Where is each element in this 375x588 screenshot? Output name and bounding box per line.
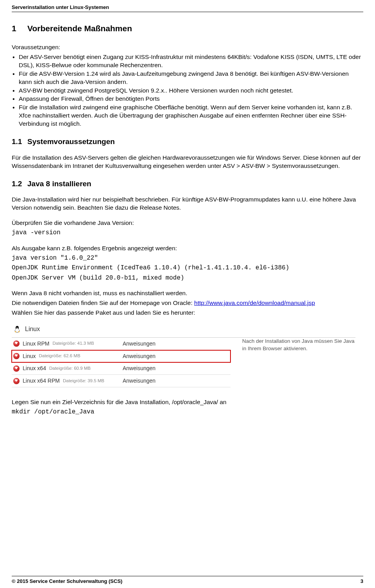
svg-point-8 [18,331,20,332]
output-line-2: OpenJDK Runtime Environment (IcedTea6 1.… [12,264,363,273]
prerequisites-label: Voraussetzungen: [12,43,363,52]
list-item: Für die ASV-BW-Version 1.24 wird als Jav… [12,70,363,86]
command-mkdir: mkdir /opt/oracle_Java [12,408,363,417]
page-footer: © 2015 Service Center Schulverwaltung (S… [12,576,363,585]
footer-copyright: © 2015 Service Center Schulverwaltung (S… [12,578,122,585]
heading-1-number: 1 [12,23,27,34]
heading-1-1-number: 1.1 [12,137,27,147]
para-oracle-link: Die notwendigen Dateien finden Sie auf d… [12,299,363,307]
para-oracle-link-text: Die notwendigen Dateien finden Sie auf d… [12,299,194,306]
download-box: Linux Linux RPM Dateigröße: 41.3 MB Anwe… [12,323,355,387]
heading-1-2-number: 1.2 [12,179,27,189]
download-os-header: Linux [12,323,355,338]
download-instructions-link[interactable]: Anweisungen [123,340,193,347]
svg-point-2 [16,328,19,331]
command-java-version: java -version [12,229,363,237]
para-1-2-intro: Die Java-Installation wird hier nur beis… [12,196,363,212]
download-size: Dateigröße: 39.5 MB [63,378,104,384]
download-icon [13,340,20,347]
download-note: Nach der Installation von Java müssen Si… [230,338,355,388]
download-instructions-link[interactable]: Anweisungen [123,377,193,385]
download-name: Linux RPM [23,340,49,347]
download-size: Dateigröße: 41.3 MB [52,340,94,347]
download-size: Dateigröße: 60.9 MB [49,365,91,372]
footer-page-number: 3 [361,578,363,585]
oracle-download-link[interactable]: http://www.java.com/de/download/manual.j… [194,299,315,306]
prerequisites-list: Der ASV-Server benötigt einen Zugang zur… [12,53,363,128]
list-item: Der ASV-Server benötigt einen Zugang zur… [12,53,363,69]
heading-1-title: Vorbereitende Maßnahmen [27,24,132,33]
para-choose-package: Wählen Sie hier das passende Paket aus u… [12,309,363,317]
download-icon [13,365,20,372]
list-item: Anpassung der Firewall, Öffnen der benöt… [12,95,363,103]
heading-1-2: 1.2Java 8 installieren [12,179,363,189]
output-line-3: OpenJDK Server VM (build 20.0-b11, mixed… [12,274,363,283]
para-1-1: Für die Installation des ASV-Servers gel… [12,154,363,170]
linux-icon [13,325,21,333]
list-item: Für die Installation wird zwingend eine … [12,103,363,128]
download-name: Linux [23,353,36,360]
download-row-highlighted[interactable]: Linux Dateigröße: 62.6 MB Anweisungen [12,350,230,363]
download-icon [13,353,20,359]
heading-1: 1Vorbereitende Maßnahmen [12,23,363,34]
para-install-note: Wenn Java 8 nicht vorhanden ist, muss es… [12,289,363,298]
download-icon [13,378,20,384]
download-instructions-link[interactable]: Anweisungen [123,353,193,360]
download-row[interactable]: Linux RPM Dateigröße: 41.3 MB Anweisunge… [12,338,230,350]
download-row[interactable]: Linux x64 Dateigröße: 60.9 MB Anweisunge… [12,362,230,375]
page-header: Serverinstallation unter Linux-Systemen [12,4,363,12]
list-item: ASV-BW benötigt zwingend PostgreSQL Vers… [12,87,363,95]
heading-1-1: 1.1Systemvoraussetzungen [12,137,363,147]
heading-1-1-title: Systemvoraussetzungen [27,137,115,146]
svg-point-5 [16,327,17,328]
download-size: Dateigröße: 62.6 MB [39,353,80,359]
download-name: Linux x64 RPM [23,377,60,385]
download-name: Linux x64 [23,365,46,372]
download-os-name: Linux [25,325,40,333]
svg-point-6 [18,327,18,328]
para-check-java: Überprüfen Sie die vorhandene Java Versi… [12,219,363,227]
download-instructions-link[interactable]: Anweisungen [123,365,193,372]
svg-point-7 [15,331,16,332]
output-line-1: java version "1.6.0_22" [12,254,363,263]
para-output-intro: Als Ausgabe kann z.B. folgendes Ergebnis… [12,244,363,253]
download-row[interactable]: Linux x64 RPM Dateigröße: 39.5 MB Anweis… [12,375,230,387]
heading-1-2-title: Java 8 installieren [27,180,91,188]
para-mkdir: Legen Sie nun ein Ziel-Verzeichnis für d… [12,398,363,406]
